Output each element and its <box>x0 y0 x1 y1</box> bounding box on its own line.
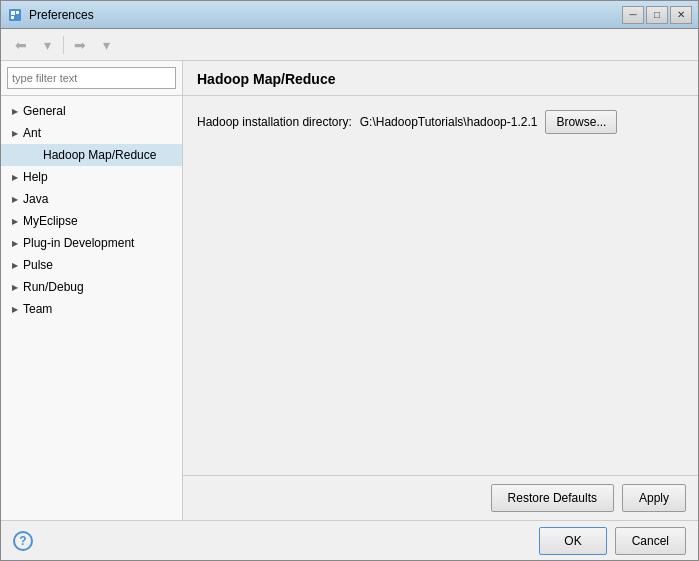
filter-box <box>1 61 182 96</box>
sidebar-item-label: General <box>23 104 66 118</box>
dialog-buttons: OK Cancel <box>539 527 686 555</box>
maximize-button[interactable]: □ <box>646 6 668 24</box>
installation-dir-value: G:\HadoopTutorials\hadoop-1.2.1 <box>360 115 538 129</box>
sidebar-item-label: Java <box>23 192 48 206</box>
forward-icon: ➡ <box>74 37 86 53</box>
minimize-button[interactable]: ─ <box>622 6 644 24</box>
svg-rect-2 <box>16 11 19 14</box>
window-icon <box>7 7 23 23</box>
window-controls: ─ □ ✕ <box>622 6 692 24</box>
sidebar-item-label: Plug-in Development <box>23 236 134 250</box>
apply-button[interactable]: Apply <box>622 484 686 512</box>
expand-arrow-icon: ▶ <box>9 105 21 117</box>
forward-dropdown-icon: ▾ <box>103 37 110 53</box>
preferences-window: Preferences ─ □ ✕ ⬅ ▾ ➡ ▾ <box>0 0 699 561</box>
ok-button[interactable]: OK <box>539 527 606 555</box>
browse-button[interactable]: Browse... <box>545 110 617 134</box>
forward-dropdown-button[interactable]: ▾ <box>94 33 118 57</box>
back-dropdown-button[interactable]: ▾ <box>35 33 59 57</box>
sidebar-item-label: MyEclipse <box>23 214 78 228</box>
sidebar-item-pulse[interactable]: ▶ Pulse <box>1 254 182 276</box>
expand-arrow-icon: ▶ <box>9 237 21 249</box>
expand-arrow-icon: ▶ <box>9 303 21 315</box>
panel-header: Hadoop Map/Reduce <box>183 61 698 96</box>
installation-dir-label: Hadoop installation directory: <box>197 115 352 129</box>
window-title: Preferences <box>29 8 622 22</box>
back-button[interactable]: ⬅ <box>9 33 33 57</box>
expand-arrow-icon: ▶ <box>9 171 21 183</box>
tree: ▶ General ▶ Ant Hadoop Map/Reduce ▶ Help <box>1 96 182 520</box>
sidebar-item-plugin-dev[interactable]: ▶ Plug-in Development <box>1 232 182 254</box>
back-icon: ⬅ <box>15 37 27 53</box>
sidebar-item-label: Team <box>23 302 52 316</box>
sidebar-item-help[interactable]: ▶ Help <box>1 166 182 188</box>
sidebar-item-java[interactable]: ▶ Java <box>1 188 182 210</box>
navigation-toolbar: ⬅ ▾ ➡ ▾ <box>1 29 698 61</box>
panel-footer: Restore Defaults Apply <box>183 475 698 520</box>
help-button[interactable]: ? <box>13 531 33 551</box>
sidebar-item-label: Run/Debug <box>23 280 84 294</box>
sidebar: ▶ General ▶ Ant Hadoop Map/Reduce ▶ Help <box>1 61 183 520</box>
installation-dir-row: Hadoop installation directory: G:\Hadoop… <box>197 110 684 134</box>
expand-arrow-icon <box>29 149 41 161</box>
toolbar-separator <box>63 36 64 54</box>
right-panel: Hadoop Map/Reduce Hadoop installation di… <box>183 61 698 520</box>
filter-input[interactable] <box>7 67 176 89</box>
sidebar-item-run-debug[interactable]: ▶ Run/Debug <box>1 276 182 298</box>
expand-arrow-icon: ▶ <box>9 193 21 205</box>
main-content: ▶ General ▶ Ant Hadoop Map/Reduce ▶ Help <box>1 61 698 520</box>
bottom-bar: ? OK Cancel <box>1 520 698 560</box>
close-button[interactable]: ✕ <box>670 6 692 24</box>
cancel-button[interactable]: Cancel <box>615 527 686 555</box>
expand-arrow-icon: ▶ <box>9 259 21 271</box>
restore-defaults-button[interactable]: Restore Defaults <box>491 484 614 512</box>
svg-rect-1 <box>11 11 15 15</box>
sidebar-item-label: Ant <box>23 126 41 140</box>
sidebar-item-team[interactable]: ▶ Team <box>1 298 182 320</box>
title-bar: Preferences ─ □ ✕ <box>1 1 698 29</box>
sidebar-item-general[interactable]: ▶ General <box>1 100 182 122</box>
svg-rect-3 <box>11 16 14 19</box>
sidebar-item-ant[interactable]: ▶ Ant <box>1 122 182 144</box>
forward-button[interactable]: ➡ <box>68 33 92 57</box>
expand-arrow-icon: ▶ <box>9 281 21 293</box>
sidebar-item-hadoop[interactable]: Hadoop Map/Reduce <box>1 144 182 166</box>
sidebar-item-myeclipse[interactable]: ▶ MyEclipse <box>1 210 182 232</box>
panel-body: Hadoop installation directory: G:\Hadoop… <box>183 96 698 475</box>
back-dropdown-icon: ▾ <box>44 37 51 53</box>
panel-title: Hadoop Map/Reduce <box>197 71 335 87</box>
expand-arrow-icon: ▶ <box>9 215 21 227</box>
sidebar-item-label: Pulse <box>23 258 53 272</box>
expand-arrow-icon: ▶ <box>9 127 21 139</box>
sidebar-item-label: Hadoop Map/Reduce <box>43 148 156 162</box>
sidebar-item-label: Help <box>23 170 48 184</box>
